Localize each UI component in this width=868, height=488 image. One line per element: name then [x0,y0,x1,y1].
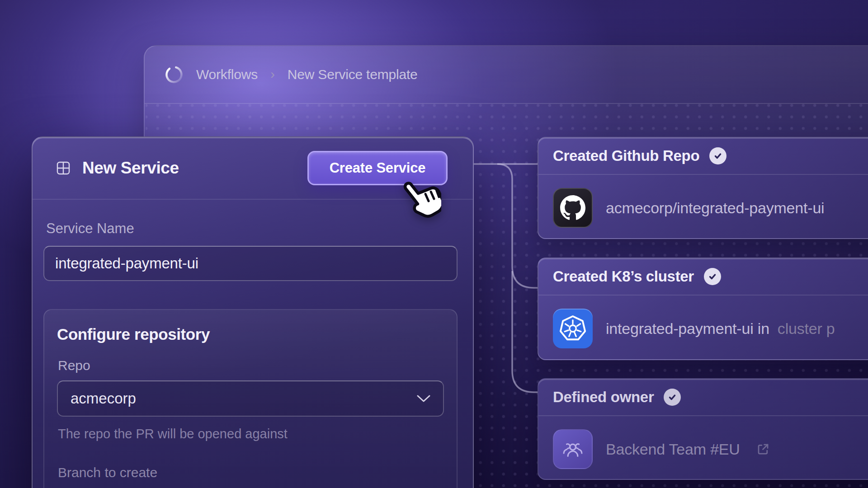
external-link-icon[interactable] [756,442,770,456]
check-icon [664,389,681,406]
check-icon [709,147,726,164]
kubernetes-icon [553,309,593,348]
github-icon [553,188,593,228]
step-card-defined-owner: Defined owner Backend Team #EU [538,378,868,480]
step-detail: Backend Team #EU [606,441,770,458]
step-detail: integrated-payment-ui in cluster p [606,320,835,338]
repo-select[interactable]: acmecorp [57,380,444,417]
step-card-github-repo: Created Github Repo acmecorp/integrated-… [538,137,868,239]
configure-repository-section: Configure repository Repo acmecorp The r… [43,309,458,488]
step-row: integrated-payment-ui in cluster p [538,296,868,360]
step-card-k8s-cluster: Created K8’s cluster integrated-payment-… [538,258,868,360]
grid-icon [56,161,71,175]
create-service-button[interactable]: Create Service [307,151,448,185]
step-detail: acmecorp/integrated-payment-ui [606,199,832,217]
repo-label: Repo [58,358,444,373]
step-row: acmecorp/integrated-payment-ui [538,175,868,239]
loading-spinner-icon [165,65,184,84]
step-title: Created Github Repo [553,147,699,164]
repo-helper-text: The repo the PR will be opened against [58,427,444,441]
chevron-down-icon [417,395,430,403]
step-title: Created K8’s cluster [553,268,694,285]
chevron-right-icon: › [270,66,275,82]
breadcrumb-item-template: New Service template [288,67,418,82]
new-service-panel: New Service Create Service Service Name … [32,136,474,488]
check-icon [704,268,721,285]
service-name-label: Service Name [46,221,458,237]
breadcrumb-item-workflows[interactable]: Workflows [196,67,258,82]
team-icon [553,429,593,469]
service-name-input[interactable] [43,246,458,281]
page-title: New Service [82,159,179,178]
branch-label: Branch to create [58,465,444,480]
breadcrumb: Workflows › New Service template [145,46,868,104]
step-title: Defined owner [553,389,654,406]
repo-select-value: acmecorp [71,390,136,407]
section-title: Configure repository [57,325,444,343]
step-row: Backend Team #EU [538,416,868,480]
